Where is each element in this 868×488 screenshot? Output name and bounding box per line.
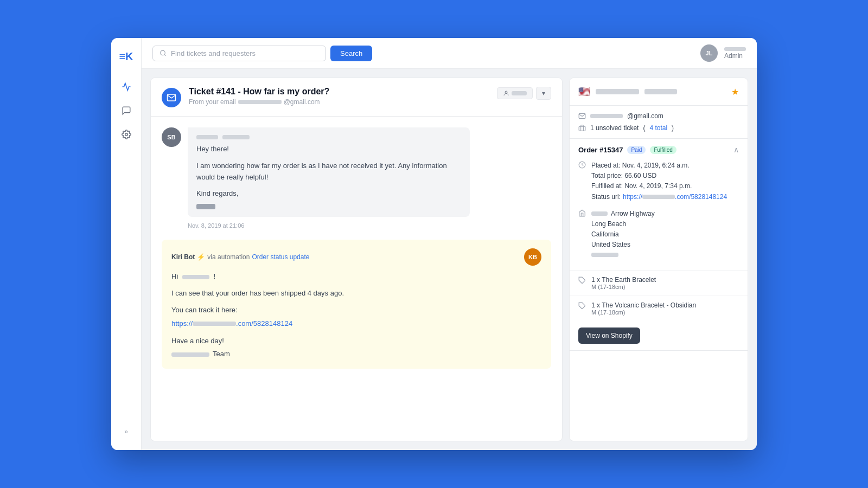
search-input[interactable] — [171, 49, 319, 57]
tag-icon-1 — [578, 277, 586, 286]
sidebar-bottom: » — [117, 422, 136, 441]
status-url-link[interactable]: https://.com/5828148124 — [623, 192, 727, 202]
svg-line-2 — [164, 55, 165, 56]
contact-email-row: @gmail.com — [578, 112, 739, 120]
email-icon — [578, 112, 586, 120]
chevron-up-icon: ∧ — [733, 145, 739, 154]
customer-avatar: SB — [162, 127, 181, 147]
message-name-bar — [196, 204, 215, 209]
sidebar-item-conversations[interactable] — [117, 101, 136, 120]
search-icon — [159, 49, 167, 57]
message-timestamp: Nov. 8, 2019 at 21:06 — [188, 222, 470, 229]
right-panel: 🇺🇸 ★ @gmail.com — [569, 78, 748, 441]
message-signoff: Kind regards, — [196, 188, 461, 200]
ticket-panel: Ticket #141 - How far is my order? From … — [150, 78, 563, 441]
avatar: JL — [700, 44, 718, 62]
ticket-title-area: Ticket #141 - How far is my order? From … — [189, 87, 489, 106]
bot-name: Kiri Bot — [171, 253, 195, 261]
body-layout: Ticket #141 - How far is my order? From … — [142, 69, 757, 450]
search-button[interactable]: Search — [330, 46, 372, 61]
home-icon — [578, 209, 586, 219]
bot-message: Kiri Bot ⚡ via automation Order status u… — [162, 240, 551, 369]
total-tickets-link[interactable]: 4 total — [649, 124, 667, 132]
admin-label: Admin — [724, 52, 746, 60]
sidebar-expand[interactable]: » — [117, 422, 136, 441]
sender-bar-1 — [196, 135, 218, 139]
order-section: Order #15347 Paid Fulfilled ∧ — [570, 139, 748, 351]
search-wrapper: Search — [152, 46, 694, 61]
street-number-bar — [591, 211, 608, 216]
address-zip-bar — [591, 253, 618, 257]
customer-message-bubble: Hey there! I am wondering how far my ord… — [188, 127, 470, 217]
paid-badge: Paid — [627, 146, 646, 154]
tag-icon-2 — [578, 302, 586, 311]
message-greeting: Hey there! — [196, 144, 461, 155]
dropdown-button[interactable]: ▾ — [536, 87, 551, 100]
customer-bubble: Hey there! I am wondering how far my ord… — [188, 127, 470, 229]
contact-name-bar-1 — [596, 89, 639, 94]
bot-action-tag[interactable]: Order status update — [252, 253, 309, 261]
bot-text: Hi ! — [171, 271, 541, 282]
ticket-actions: ▾ — [497, 87, 551, 100]
svg-point-1 — [161, 50, 165, 55]
order-details: Placed at: Nov. 4, 2019, 6:24 a.m. Total… — [570, 160, 748, 270]
ticket-header: Ticket #141 - How far is my order? From … — [151, 78, 562, 117]
email-bar — [590, 114, 623, 118]
sidebar-item-settings[interactable] — [117, 125, 136, 144]
bot-header: Kiri Bot ⚡ via automation Order status u… — [171, 248, 541, 266]
search-container[interactable] — [152, 46, 326, 61]
svg-point-0 — [125, 133, 127, 136]
ticket-email-bar — [238, 100, 282, 104]
admin-name-bar — [724, 47, 746, 51]
customer-message: SB Hey there! I am wondering how far my … — [162, 127, 551, 229]
star-icon: ★ — [731, 87, 739, 97]
order-dates-row: Placed at: Nov. 4, 2019, 6:24 a.m. Total… — [578, 160, 739, 202]
contact-header: 🇺🇸 ★ — [570, 78, 748, 106]
sidebar-item-activity[interactable] — [117, 77, 136, 97]
contact-ticket-row: 1 unsolved ticket (4 total) — [578, 124, 739, 132]
contact-info: @gmail.com 1 unsolved ticket (4 total) — [570, 106, 748, 139]
header: Search JL Admin — [142, 38, 757, 69]
main-content: Search JL Admin — [142, 38, 757, 450]
ticket-count-icon — [578, 124, 586, 132]
line-item-2-text: 1 x The Volcanic Bracelet - Obsidian M (… — [591, 301, 696, 316]
assign-bar — [512, 91, 527, 95]
bot-track-link[interactable]: https://.com/5828148124 — [171, 319, 292, 328]
order-dates-text: Placed at: Nov. 4, 2019, 6:24 a.m. Total… — [591, 160, 727, 202]
messages-area: SB Hey there! I am wondering how far my … — [151, 117, 562, 441]
order-title: Order #15347 Paid Fulfilled — [578, 146, 676, 154]
svg-rect-4 — [579, 126, 585, 131]
address-text: Arrow Highway Long Beach California Unit… — [591, 209, 655, 257]
contact-name-bar-2 — [644, 89, 677, 94]
clock-icon — [578, 161, 586, 170]
line-item-1: 1 x The Earth Bracelet M (17-18cm) — [570, 270, 748, 296]
bot-line2: You can track it here: — [171, 305, 541, 316]
view-on-shopify-button[interactable]: View on Shopify — [578, 328, 640, 344]
flag-icon: 🇺🇸 — [578, 86, 590, 98]
fulfilled-badge: Fulfilled — [650, 146, 676, 154]
ticket-subtitle: From your email @gmail.com — [189, 98, 489, 106]
bot-avatar: KB — [524, 248, 541, 266]
svg-point-3 — [505, 91, 507, 93]
bot-line1: I can see that your order has been shipp… — [171, 288, 541, 299]
address-row: Arrow Highway Long Beach California Unit… — [578, 209, 739, 257]
sender-line — [196, 135, 461, 139]
bot-name-placeholder — [182, 275, 209, 279]
order-header[interactable]: Order #15347 Paid Fulfilled ∧ — [570, 139, 748, 160]
ticket-email-icon — [162, 88, 181, 107]
header-right: JL Admin — [700, 44, 746, 62]
bot-team-bar — [171, 352, 209, 357]
message-body: I am wondering how far my order is as I … — [196, 160, 461, 183]
line-item-2: 1 x The Volcanic Bracelet - Obsidian M (… — [570, 296, 748, 321]
sidebar: ≡K » — [111, 38, 142, 450]
line-item-1-text: 1 x The Earth Bracelet M (17-18cm) — [591, 276, 656, 290]
assign-button[interactable] — [497, 87, 533, 99]
sender-bar-2 — [222, 135, 250, 139]
track-bar — [193, 322, 236, 326]
bot-header-left: Kiri Bot ⚡ via automation Order status u… — [171, 253, 309, 261]
bot-signoff: Have a nice day! — [171, 336, 541, 347]
bot-via-label: via automation — [207, 253, 250, 261]
bot-team-line: Team — [171, 349, 541, 360]
status-url-bar — [642, 195, 675, 199]
app-logo[interactable]: ≡K — [117, 47, 136, 66]
